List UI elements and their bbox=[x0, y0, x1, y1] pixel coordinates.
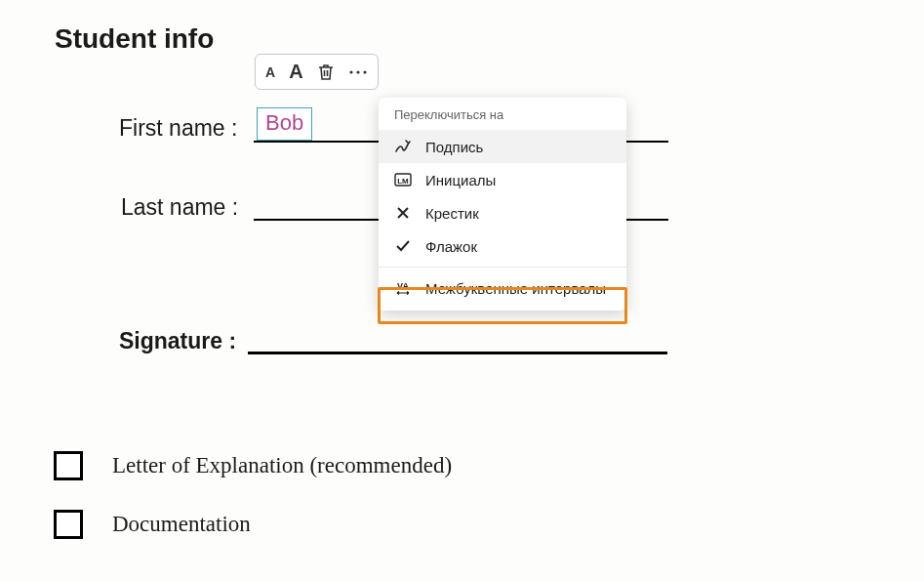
first-name-value: Bob bbox=[265, 110, 303, 135]
checkbox-row-letter: Letter of Explanation (recommended) bbox=[54, 451, 452, 480]
trash-icon bbox=[317, 62, 335, 82]
signature-row: Signature : bbox=[119, 328, 236, 354]
dropdown-item-cross[interactable]: Крестик bbox=[379, 196, 626, 229]
dropdown-item-label: Подпись bbox=[425, 139, 483, 155]
checkbox-docs-label: Documentation bbox=[112, 512, 251, 537]
dropdown-item-spacing[interactable]: VA Межбуквенные интервалы bbox=[379, 271, 626, 305]
dropdown-item-label: Крестик bbox=[425, 205, 479, 222]
page-title: Student info bbox=[55, 23, 214, 55]
dropdown-item-check[interactable]: Флажок bbox=[379, 229, 626, 263]
letter-spacing-icon: VA bbox=[394, 279, 412, 297]
dropdown-item-initials[interactable]: LM Инициалы bbox=[379, 163, 626, 196]
svg-point-2 bbox=[363, 70, 366, 73]
svg-text:VA: VA bbox=[397, 281, 409, 291]
dropdown-header: Переключиться на bbox=[379, 98, 626, 130]
dropdown-item-label: Межбуквенные интервалы bbox=[425, 280, 606, 297]
delete-button[interactable] bbox=[317, 62, 335, 82]
last-name-label: Last name : bbox=[121, 194, 238, 221]
signature-line[interactable] bbox=[248, 352, 667, 354]
last-name-row: Last name : bbox=[121, 194, 238, 221]
check-icon bbox=[394, 237, 412, 255]
dropdown-item-signature[interactable]: Подпись bbox=[379, 130, 626, 163]
switch-to-dropdown: Переключиться на Подпись LM Инициалы Кре… bbox=[379, 98, 626, 311]
first-name-label: First name : bbox=[119, 115, 237, 142]
checkbox-row-docs: Documentation bbox=[54, 510, 251, 539]
dropdown-item-label: Флажок bbox=[425, 238, 477, 255]
svg-point-1 bbox=[356, 70, 359, 73]
first-name-input[interactable]: Bob bbox=[257, 107, 312, 141]
text-toolbar: A A bbox=[255, 54, 379, 90]
svg-point-0 bbox=[349, 70, 352, 73]
signature-icon bbox=[394, 138, 412, 155]
dropdown-separator bbox=[379, 267, 626, 268]
initials-icon: LM bbox=[394, 171, 412, 188]
more-button[interactable] bbox=[348, 69, 368, 75]
decrease-font-button[interactable]: A bbox=[265, 64, 275, 80]
checkbox-docs[interactable] bbox=[54, 510, 83, 539]
checkbox-letter[interactable] bbox=[54, 451, 83, 480]
checkbox-letter-label: Letter of Explanation (recommended) bbox=[112, 453, 452, 478]
first-name-row: First name : bbox=[119, 115, 237, 142]
cross-icon bbox=[394, 204, 412, 222]
signature-label: Signature : bbox=[119, 328, 236, 354]
svg-text:LM: LM bbox=[397, 177, 409, 186]
increase-font-button[interactable]: A bbox=[289, 61, 302, 83]
dropdown-item-label: Инициалы bbox=[425, 172, 496, 188]
more-horizontal-icon bbox=[348, 69, 368, 75]
